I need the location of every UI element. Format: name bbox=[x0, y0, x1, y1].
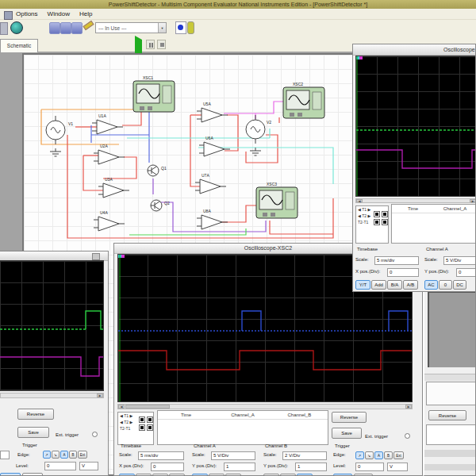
scope-bl-level-label: Level: bbox=[16, 463, 29, 468]
scope-xsc2-save-button[interactable]: Save bbox=[332, 428, 362, 439]
scroll-left-icon[interactable]: ◀ bbox=[118, 405, 125, 409]
scroll-right-icon[interactable]: ▶ bbox=[405, 405, 412, 409]
timebase-yt-button[interactable]: Y/T bbox=[355, 280, 370, 290]
scope-bl-level-input[interactable]: 0 bbox=[44, 462, 76, 470]
simulate-stop-button[interactable] bbox=[157, 40, 166, 49]
scope-bl-titlebar-icon[interactable] bbox=[92, 253, 100, 260]
scope-bl-edge-falling-button[interactable]: ↘ bbox=[52, 451, 60, 459]
timebase-ab-button[interactable]: A/B bbox=[403, 280, 418, 290]
label-u7: U7A bbox=[202, 173, 209, 178]
menu-options[interactable]: Options bbox=[16, 9, 38, 20]
scroll-right-icon[interactable]: ▶ bbox=[97, 393, 103, 397]
instrument-icon-1[interactable] bbox=[49, 22, 60, 34]
chevron-down-icon[interactable]: ▼ bbox=[158, 23, 166, 33]
channel-a-dc-button[interactable]: DC bbox=[453, 280, 466, 290]
channel-a-ac-button[interactable]: AC bbox=[424, 280, 438, 290]
menu-window[interactable]: Window bbox=[48, 9, 70, 20]
simulate-pause-button[interactable] bbox=[146, 40, 155, 49]
scope-br-reverse-button[interactable]: Reverse bbox=[428, 410, 466, 420]
label-xsc1: XSC1 bbox=[143, 75, 153, 80]
channel-a-ypos-input[interactable]: 1 bbox=[224, 463, 255, 471]
label-xsc3: XSC3 bbox=[267, 182, 277, 186]
scope-xsc2-readout-table: Time Channel_A Channel_B bbox=[157, 410, 328, 445]
col-time: Time bbox=[392, 206, 434, 211]
opamp-u5 bbox=[197, 108, 228, 122]
simulate-play-button[interactable] bbox=[135, 40, 142, 54]
scope-xsc2-scrollbar[interactable]: ◀ ▶ bbox=[117, 404, 413, 409]
timebase-add-button[interactable]: Add bbox=[371, 280, 386, 290]
run-icon[interactable] bbox=[175, 21, 186, 34]
opamp-u1 bbox=[92, 120, 123, 134]
lightning-icon[interactable] bbox=[187, 21, 194, 34]
scope-bl-edge-ext-button[interactable]: Ext bbox=[78, 451, 87, 459]
scope-bl-edge-b-button[interactable]: B bbox=[69, 451, 77, 459]
scope-bl-ext-trigger-terminal[interactable] bbox=[92, 432, 98, 437]
scope-tr-scrollbar[interactable]: ◀ ▶ bbox=[355, 198, 476, 203]
menu-help[interactable]: Help bbox=[79, 9, 92, 20]
trigger-edge-rising-button[interactable]: ↗ bbox=[355, 451, 364, 459]
scroll-left-icon[interactable]: ◀ bbox=[356, 199, 363, 202]
child-window-icon[interactable] bbox=[4, 11, 13, 20]
scope-bl-trigger-auto-button[interactable]: Auto bbox=[0, 473, 21, 476]
channel-a-0-button[interactable]: 0 bbox=[439, 280, 452, 290]
trigger-edge-falling-button[interactable]: ↘ bbox=[365, 451, 374, 459]
oscilloscope-component-xsc2 bbox=[283, 87, 324, 118]
timebase-xpos-input[interactable]: 0 bbox=[387, 268, 419, 277]
channel-a-scale-input[interactable]: 5 V/Div bbox=[443, 256, 476, 265]
scope-tr-titlebar[interactable]: Oscilloscope-XSC1 bbox=[353, 44, 475, 56]
scope-bl-trigger-none-button[interactable]: None bbox=[22, 473, 43, 476]
scope-bl-scrollbar[interactable]: ▶ bbox=[0, 393, 104, 398]
in-use-list-dropdown[interactable]: --- In Use --- ▼ bbox=[95, 22, 167, 33]
scope-window-bottom-left: ▶ Reverse Save Ext. trigger Trigger Edge… bbox=[0, 251, 109, 476]
voltage-source-v1 bbox=[46, 116, 65, 144]
scope-bl-edge-rising-button[interactable]: ↗ bbox=[43, 451, 51, 459]
channel-a-scale-input[interactable]: 5 V/Div bbox=[211, 451, 255, 460]
scope-bl-ext-trigger-label: Ext. trigger bbox=[56, 432, 79, 437]
scope-bl-edge-a-button[interactable]: A bbox=[60, 451, 68, 459]
scope-tr-cursor-box[interactable]: ◀ T1 ▶ ◀ T2 ▶ T2-T1 bbox=[355, 205, 389, 244]
pencil-icon[interactable] bbox=[83, 21, 94, 30]
channel-b-ypos-input[interactable]: 1 bbox=[295, 463, 327, 471]
trigger-level-input[interactable]: 0 bbox=[355, 463, 384, 471]
scope-xsc2-ext-trigger-terminal[interactable] bbox=[405, 433, 410, 439]
toolbar-partial-icon[interactable] bbox=[0, 22, 8, 35]
probe-icon[interactable] bbox=[10, 21, 23, 34]
scope-xsc2-ext-trigger-label: Ext. trigger bbox=[365, 434, 388, 439]
col-channel-a: Channel_A bbox=[214, 413, 271, 417]
scope-xsc2-reverse-button[interactable]: Reverse bbox=[332, 412, 367, 423]
scope-xsc2-title: Oscilloscope-XSC2 bbox=[244, 245, 292, 251]
label-u2: U2A bbox=[100, 144, 108, 148]
scope-xsc2-cursor-box[interactable]: ◀ T1 ▶ ◀ T2 ▶ T2-T1 bbox=[117, 412, 154, 445]
instrument-icon-2[interactable] bbox=[60, 22, 71, 34]
scope-bl-save-button[interactable]: Save bbox=[17, 427, 49, 438]
cursor-checkbox-grid[interactable] bbox=[139, 416, 153, 431]
scope-tr-plot[interactable] bbox=[355, 56, 476, 197]
timebase-scale-input[interactable]: 5 ms/div bbox=[138, 451, 184, 460]
scope-bl-reverse-button[interactable]: Reverse bbox=[17, 409, 54, 420]
timebase-scale-input[interactable]: 5 ms/div bbox=[374, 256, 419, 265]
label-u6: U6A bbox=[205, 136, 213, 140]
scope-bl-level-unit-dropdown[interactable]: V bbox=[79, 462, 98, 470]
timebase-ba-button[interactable]: B/A bbox=[387, 280, 402, 290]
scroll-right-icon[interactable]: ▶ bbox=[470, 199, 476, 202]
scope-br-plot[interactable] bbox=[428, 291, 476, 367]
label-u3: U3A bbox=[105, 177, 113, 182]
scope-xsc2-timebase-group: Timebase Scale: 5 ms/div X pos.(Div): 0 … bbox=[119, 443, 189, 476]
transistor-q1 bbox=[148, 165, 159, 176]
trigger-edge-ext-button[interactable]: Ext bbox=[393, 451, 404, 459]
scope-br-strip-3 bbox=[424, 464, 476, 470]
scope-bl-partial-input[interactable] bbox=[0, 451, 10, 459]
opamp-u6 bbox=[199, 142, 230, 156]
trigger-edge-a-button[interactable]: A bbox=[374, 451, 383, 459]
cursor-checkbox-grid[interactable] bbox=[374, 211, 388, 225]
channel-a-ypos-input[interactable]: 0 bbox=[456, 268, 476, 277]
menubar: Options Window Help bbox=[0, 9, 476, 20]
scope-bl-edge-label: Edge: bbox=[17, 452, 30, 457]
tab-schematic[interactable]: Schematic bbox=[0, 39, 38, 52]
trigger-level-unit-dropdown[interactable]: V bbox=[387, 463, 408, 471]
scope-bl-plot[interactable] bbox=[0, 260, 104, 391]
trigger-edge-b-button[interactable]: B bbox=[384, 451, 393, 459]
instrument-icon-3[interactable] bbox=[71, 22, 83, 34]
channel-b-scale-input[interactable]: 2 V/Div bbox=[282, 451, 327, 460]
timebase-xpos-input[interactable]: 0 bbox=[151, 463, 184, 471]
